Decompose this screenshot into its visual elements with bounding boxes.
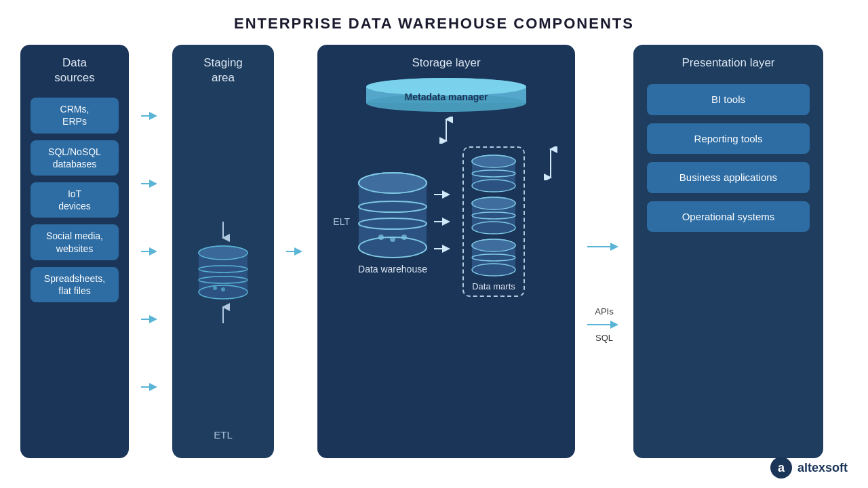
staging-arrow-down <box>216 222 230 242</box>
data-warehouse-db <box>355 169 430 261</box>
apis-label: APIs <box>595 306 613 317</box>
metadata-bidirectional-arrow <box>439 117 453 144</box>
svg-point-37 <box>472 155 515 167</box>
staging-label: Stagingarea <box>203 56 243 85</box>
dw-to-marts-arrow-1 <box>434 189 453 200</box>
pres-box-operational: Operational systems <box>647 201 810 232</box>
pres-box-bi: BI tools <box>647 84 810 115</box>
pres-box-reporting: Reporting tools <box>647 123 810 155</box>
svg-point-46 <box>472 264 515 276</box>
metadata-manager: Metadata manager <box>361 77 531 113</box>
mart-db-2 <box>469 197 518 235</box>
svg-point-13 <box>221 287 225 291</box>
svg-point-9 <box>199 246 248 260</box>
presentation-column: Presentation layer BI tools Reporting to… <box>633 45 823 458</box>
arrow-4 <box>141 314 160 325</box>
presentation-label: Presentation layer <box>682 56 774 70</box>
svg-point-29 <box>390 237 395 242</box>
svg-point-41 <box>472 222 515 234</box>
staging-database <box>196 242 250 303</box>
dw-to-marts-arrow-2 <box>434 216 453 227</box>
mart-db-1 <box>469 155 518 192</box>
arrow-1 <box>141 110 160 121</box>
dw-label: Data warehouse <box>358 264 427 274</box>
ds-to-staging-arrows <box>141 45 160 458</box>
arrow-5 <box>141 382 160 392</box>
datasources-label: Datasources <box>54 56 95 85</box>
brand-name: altexsoft <box>797 461 848 475</box>
storage-to-pres-arrows: APIs SQL <box>587 45 621 458</box>
elt-label: ELT <box>327 216 350 227</box>
staging-arrow-up <box>216 303 230 323</box>
svg-point-12 <box>213 286 217 290</box>
arrow-2 <box>141 178 160 189</box>
etl-label: ETL <box>172 429 274 447</box>
data-marts-label: Data marts <box>464 281 524 291</box>
data-marts-box: Data marts <box>462 146 525 297</box>
svg-point-47 <box>472 239 515 251</box>
storage-column: Storage layer Metadata manager ELT <box>317 45 575 458</box>
apis-arrow-icon <box>587 241 621 252</box>
sql-label: SQL <box>595 333 613 343</box>
ds-box-sql: SQL/NoSQLdatabases <box>31 140 119 176</box>
staging-column: Stagingarea ETL <box>172 45 274 458</box>
brand-logo: a <box>770 457 792 479</box>
pres-box-business-apps: Business applications <box>647 162 810 193</box>
sql-arrow-icon <box>587 319 621 330</box>
storage-label: Storage layer <box>412 56 480 70</box>
svg-point-36 <box>472 180 515 192</box>
svg-point-42 <box>472 197 515 209</box>
ds-box-social: Social media,websites <box>31 224 119 260</box>
dw-to-marts-arrow-3 <box>434 243 453 254</box>
svg-point-25 <box>359 173 427 193</box>
svg-point-30 <box>401 235 407 240</box>
ds-box-iot: IoTdevices <box>31 182 119 218</box>
staging-storage-arrow-icon <box>286 246 305 257</box>
datasources-column: Datasources CRMs,ERPs SQL/NoSQLdatabases… <box>20 45 129 458</box>
staging-db-area <box>196 98 250 447</box>
brand: a altexsoft <box>770 457 848 479</box>
arrow-3 <box>141 246 160 257</box>
metadata-right-bidirectional-arrow <box>544 146 557 180</box>
svg-text:Metadata manager: Metadata manager <box>405 92 488 102</box>
svg-point-28 <box>378 235 384 240</box>
diagram: Datasources CRMs,ERPs SQL/NoSQLdatabases… <box>20 45 848 458</box>
mart-db-3 <box>469 239 518 277</box>
ds-box-spreadsheets: Spreadsheets,flat files <box>31 267 119 302</box>
page-title: ENTERPRISE DATA WAREHOUSE COMPONENTS <box>234 15 634 33</box>
staging-to-storage-arrow <box>286 45 305 458</box>
ds-box-crm: CRMs,ERPs <box>31 98 119 133</box>
